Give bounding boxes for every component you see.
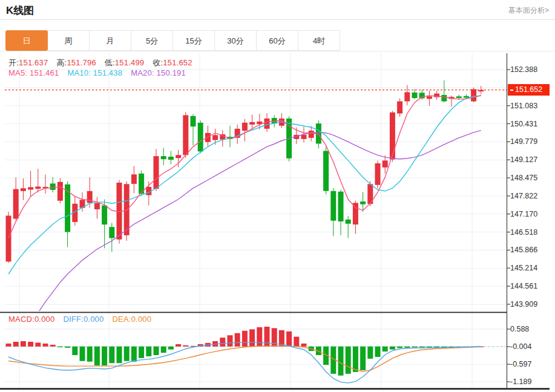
candle-body xyxy=(383,160,388,167)
macd-bar xyxy=(301,344,307,347)
legend-item: 收:151.652 xyxy=(153,58,192,67)
candle-body xyxy=(212,135,218,140)
candle-body xyxy=(419,93,425,98)
macd-bar xyxy=(80,347,85,361)
legend-value: 151.637 xyxy=(19,58,48,67)
candle-body xyxy=(94,203,100,209)
macd-bar xyxy=(367,347,373,359)
candle-body xyxy=(154,156,159,189)
macd-bar xyxy=(35,342,41,346)
candle-body xyxy=(242,123,248,131)
legend-item: MA5: 151.461 xyxy=(8,68,59,77)
macd-bar xyxy=(286,332,292,347)
kline-widget: K线图 基本面分析> 日周月5分15分30分60分4时 开:151.637高:1… xyxy=(0,0,555,392)
legend-label: 开: xyxy=(8,58,19,67)
macd-bar xyxy=(375,347,381,357)
candle xyxy=(35,169,41,192)
macd-bar xyxy=(102,347,107,365)
candle xyxy=(13,177,19,220)
candle xyxy=(57,178,63,204)
candle xyxy=(235,125,240,144)
legend-label: MA20: xyxy=(131,68,156,77)
macd-bar xyxy=(412,347,418,348)
candle xyxy=(168,151,174,164)
macd-bar xyxy=(13,342,19,347)
candle-body xyxy=(330,191,336,221)
macd-bar xyxy=(294,337,299,347)
candle-body xyxy=(124,184,130,235)
candle-body xyxy=(102,206,107,225)
candle xyxy=(131,166,137,194)
candle xyxy=(21,178,26,200)
candle xyxy=(404,85,410,105)
candle-body xyxy=(183,115,188,155)
candle-body xyxy=(456,96,462,98)
candle xyxy=(139,171,144,195)
macd-bar xyxy=(404,347,410,348)
macd-bar xyxy=(183,345,188,347)
dea-line xyxy=(8,346,481,371)
bottom-border xyxy=(0,388,550,390)
candle xyxy=(183,112,188,158)
candle-body xyxy=(346,220,351,224)
macd-bar xyxy=(154,347,159,355)
legend-label: 收: xyxy=(153,58,163,67)
legend-item: 高:151.796 xyxy=(56,58,96,67)
legend-label: DEA: xyxy=(112,315,131,324)
macd-bar xyxy=(50,345,56,347)
macd-bar xyxy=(338,347,344,376)
macd-histogram-layer xyxy=(6,327,484,376)
macd-bar xyxy=(131,347,137,362)
macd-bar xyxy=(220,338,225,347)
candle xyxy=(28,171,33,197)
candle-body xyxy=(412,93,418,98)
candle-body xyxy=(191,116,196,126)
ma20-line xyxy=(8,131,481,365)
candle xyxy=(50,177,56,192)
ma-legend: MA5: 151.461MA10: 151.438MA20: 150.191 xyxy=(8,68,194,77)
legend-value: 151.438 xyxy=(93,68,122,77)
price-tick-label: 149.779 xyxy=(510,137,553,146)
macd-bar xyxy=(87,347,93,362)
candle-body xyxy=(301,135,307,139)
candle xyxy=(43,174,48,194)
macd-bar xyxy=(65,347,70,348)
macd-tick-label: 0.588 xyxy=(510,324,553,334)
candle xyxy=(323,147,329,195)
candle xyxy=(198,120,203,153)
interval-tab-1[interactable]: 日 xyxy=(5,30,48,51)
candle xyxy=(412,89,418,99)
price-tick-label: 146.518 xyxy=(510,227,553,237)
legend-value: 151.499 xyxy=(115,58,144,67)
candle xyxy=(346,216,351,238)
legend-value: 0.000 xyxy=(34,315,55,324)
candle-body xyxy=(249,122,255,125)
macd-bar xyxy=(235,333,240,347)
diff-line xyxy=(8,342,481,383)
legend-value: 151.796 xyxy=(67,58,96,67)
price-tick-label: 147.170 xyxy=(510,209,553,219)
candle xyxy=(191,114,196,146)
macd-tick-label: -0.597 xyxy=(510,359,553,369)
candle-body xyxy=(161,156,166,159)
macd-bar xyxy=(43,344,48,347)
candle-body xyxy=(375,163,381,185)
candle xyxy=(330,188,336,236)
candle xyxy=(375,160,381,188)
grid-layer xyxy=(5,53,507,388)
candle xyxy=(154,149,159,191)
legend-label: MACD: xyxy=(8,315,34,324)
candle-body xyxy=(168,157,174,160)
macd-bar xyxy=(264,327,270,347)
legend-label: MA5: xyxy=(8,68,30,77)
candlestick-layer xyxy=(6,80,484,263)
macd-bar xyxy=(419,347,425,348)
legend-item: MA20: 150.191 xyxy=(131,68,186,77)
macd-bar xyxy=(434,347,439,347)
candle-body xyxy=(353,203,358,224)
legend-value: 0.000 xyxy=(131,315,152,324)
candle-body xyxy=(338,192,344,221)
macd-bar xyxy=(94,347,100,365)
current-price-label: 151.652 xyxy=(508,84,550,96)
macd-bar xyxy=(146,347,151,356)
